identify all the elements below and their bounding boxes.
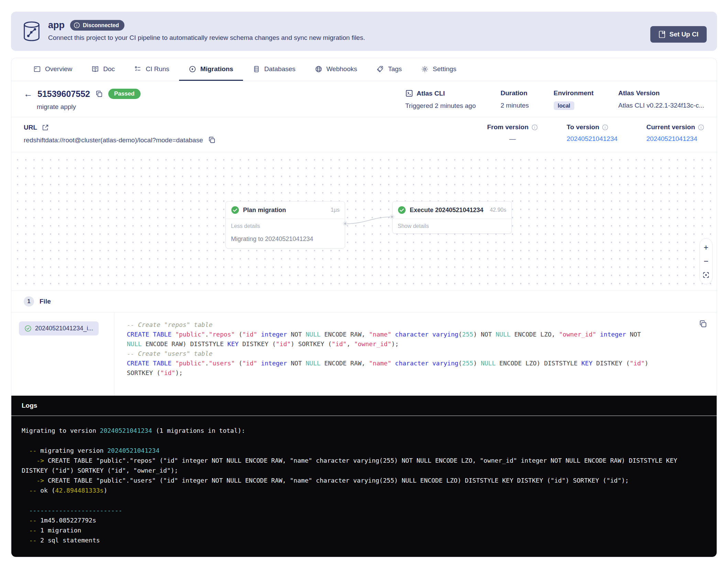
check-circle-outline-icon [24, 325, 32, 332]
current-version-label: Current version [647, 123, 695, 131]
banner-description: Connect this project to your CI pipeline… [48, 34, 650, 42]
logs-title: Logs [22, 402, 37, 409]
plan-migration-node[interactable]: Plan migration 1µs Less details Migratin… [225, 201, 345, 249]
check-circle-icon [231, 206, 239, 214]
run-id: 51539607552 [37, 89, 90, 99]
set-up-ci-button[interactable]: Set Up CI [650, 26, 707, 43]
environment-label: Environment [554, 89, 594, 97]
copy-code-button[interactable] [698, 319, 708, 329]
tab-overview[interactable]: Overview [24, 58, 82, 81]
tab-doc[interactable]: Doc [82, 58, 124, 81]
play-circle-icon [189, 65, 196, 73]
trigger-value: Triggered 2 minutes ago [405, 102, 476, 110]
info-icon [74, 22, 80, 29]
file-name: 20240521041234_i... [35, 325, 93, 332]
file-count-badge: 1 [24, 296, 34, 307]
run-command: migrate apply [37, 103, 141, 111]
log-output: Migrating to version 20240521041234 (1 m… [22, 426, 706, 545]
execute-node-duration: 42.90s [490, 207, 506, 213]
copy-icon [96, 90, 103, 98]
tab-label: Migrations [200, 65, 233, 73]
current-version-link[interactable]: 20240521041234 [647, 135, 697, 142]
file-section-body: 20240521041234_i... -- Create "repos" ta… [11, 312, 717, 396]
passed-badge: Passed [108, 89, 141, 99]
copy-url-button[interactable] [208, 136, 216, 144]
file-list: 20240521041234_i... [11, 312, 114, 396]
file-section-label: File [40, 298, 51, 305]
tab-databases[interactable]: Databases [243, 58, 305, 81]
duration-label: Duration [500, 89, 527, 97]
info-icon[interactable] [531, 124, 538, 131]
meta-duration: Duration 2 minutes [500, 89, 529, 111]
from-version: From version — [487, 123, 538, 144]
tab-label: Tags [388, 65, 402, 73]
execute-node-toggle[interactable]: Show details [393, 219, 511, 233]
project-card: Overview Doc CI Runs Migrations [11, 58, 717, 557]
tab-label: Doc [103, 65, 115, 73]
to-version: To version 20240521041234 [567, 123, 618, 144]
file-list-item[interactable]: 20240521041234_i... [19, 321, 99, 336]
zoom-out-button[interactable]: − [699, 254, 713, 268]
migration-flow-canvas[interactable]: Plan migration 1µs Less details Migratin… [11, 152, 717, 291]
info-icon[interactable] [698, 124, 704, 131]
sql-code-panel: -- Create "repos" table CREATE TABLE "pu… [114, 312, 717, 396]
plan-node-toggle[interactable]: Less details [226, 219, 345, 233]
window-icon [33, 65, 41, 73]
logs-panel: Logs Migrating to version 20240521041234… [11, 396, 717, 557]
tab-tags[interactable]: Tags [367, 58, 411, 81]
execute-node[interactable]: Execute 20240521041234 42.90s Show detai… [392, 201, 512, 234]
zoom-in-button[interactable]: + [699, 241, 713, 254]
info-icon[interactable] [602, 124, 608, 131]
plan-node-detail: Migrating to 20240521041234 [226, 233, 345, 248]
logs-body: Migrating to version 20240521041234 (1 m… [11, 416, 717, 557]
project-name: app [48, 20, 65, 31]
guide-icon [659, 31, 665, 38]
fit-view-icon [702, 271, 710, 279]
duration-value: 2 minutes [500, 102, 529, 109]
execute-node-title: Execute 20240521041234 [410, 207, 486, 214]
copy-run-id-button[interactable] [95, 90, 103, 98]
current-version: Current version 20240521041234 [647, 123, 704, 144]
tab-webhooks[interactable]: Webhooks [305, 58, 367, 81]
server-icon [253, 65, 260, 73]
tab-label: Webhooks [327, 65, 357, 73]
plan-node-handle[interactable] [343, 222, 347, 226]
atlas-version-label: Atlas Version [618, 89, 660, 97]
tab-bar: Overview Doc CI Runs Migrations [11, 58, 717, 81]
plan-node-duration: 1µs [331, 207, 340, 213]
set-up-ci-label: Set Up CI [670, 31, 698, 38]
url-value: redshiftdata://root@cluster(atlas-demo)/… [24, 136, 203, 144]
book-icon [91, 65, 99, 73]
back-arrow[interactable]: ← [24, 89, 33, 98]
flow-edge [11, 152, 717, 290]
open-url-button[interactable] [41, 123, 49, 132]
trigger-label: Atlas CLI [417, 90, 445, 97]
tab-label: Overview [45, 65, 72, 73]
ci-banner: app Disconnected Connect this project to… [11, 12, 717, 51]
checklist-icon [134, 65, 142, 73]
tab-label: Databases [264, 65, 296, 73]
meta-trigger: Atlas CLI Triggered 2 minutes ago [405, 89, 476, 111]
logs-header: Logs [11, 396, 717, 416]
terminal-icon [405, 89, 413, 97]
from-version-value: — [487, 135, 538, 143]
sql-code: -- Create "repos" table CREATE TABLE "pu… [127, 320, 658, 378]
to-version-label: To version [567, 123, 599, 131]
tab-ci-runs[interactable]: CI Runs [124, 58, 179, 81]
tag-icon [376, 65, 384, 73]
fit-view-button[interactable] [699, 268, 713, 282]
tab-migrations[interactable]: Migrations [179, 58, 243, 81]
tab-settings[interactable]: Settings [411, 58, 466, 81]
from-version-label: From version [487, 123, 528, 131]
status-badge-label: Disconnected [83, 22, 119, 29]
tab-label: CI Runs [146, 65, 169, 73]
run-header: ← 51539607552 Passed migrate apply Atlas… [11, 81, 717, 117]
file-section-header: 1 File [11, 291, 717, 312]
tab-label: Settings [433, 65, 456, 73]
execute-node-handle[interactable] [390, 215, 394, 219]
status-badge: Disconnected [70, 20, 124, 31]
external-link-icon [42, 124, 49, 131]
to-version-link[interactable]: 20240521041234 [567, 135, 618, 142]
copy-icon [208, 136, 216, 144]
copy-icon [699, 320, 707, 328]
